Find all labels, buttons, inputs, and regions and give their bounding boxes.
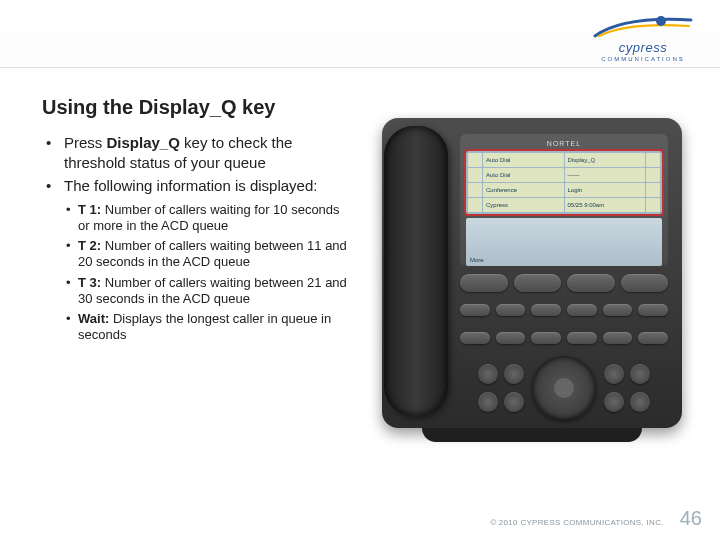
bullet-1: Press Display_Q key to check the thresho… xyxy=(42,133,352,172)
softkey-led xyxy=(468,153,482,167)
fn-button xyxy=(567,304,597,316)
logo-word: cypress xyxy=(619,40,667,55)
phone-round-button xyxy=(604,392,624,412)
copyright-text: © 2010 CYPRESS COMMUNICATIONS, INC. xyxy=(490,518,664,527)
softkey-r3c1: Conference xyxy=(483,183,564,197)
fn-button xyxy=(638,304,668,316)
sub-1-bold: T 1: xyxy=(78,202,101,217)
fn-button xyxy=(496,304,526,316)
phone-illustration: NORTEL Auto Dial Display_Q Auto Dial —— … xyxy=(382,118,682,438)
fn-button xyxy=(460,332,490,344)
softkey-button xyxy=(460,274,508,292)
lcd-softkey-labels: More xyxy=(470,257,658,263)
bullet-1-pre: Press xyxy=(64,134,107,151)
phone-fn-row-2 xyxy=(460,332,668,344)
fn-button xyxy=(531,332,561,344)
phone-softkey-buttons xyxy=(460,274,668,292)
fn-button xyxy=(638,332,668,344)
softkey-led xyxy=(468,198,482,212)
sub-bullet-4: Wait: Displays the longest caller in que… xyxy=(64,311,352,344)
softkey-r4c2: 05/25 9:00am xyxy=(565,198,646,212)
phone-round-button xyxy=(630,364,650,384)
softkey-r4c1: Cypress xyxy=(483,198,564,212)
softkey-led xyxy=(468,183,482,197)
sub-3-bold: T 3: xyxy=(78,275,101,290)
fn-button xyxy=(496,332,526,344)
phone-lcd: More xyxy=(466,218,662,266)
sub-2-rest: Number of callers waiting between 11 and… xyxy=(78,238,347,269)
softkey-r1c2: Display_Q xyxy=(565,153,646,167)
fn-button xyxy=(567,332,597,344)
sub-bullet-3: T 3: Number of callers waiting between 2… xyxy=(64,275,352,308)
main-bullet-list: Press Display_Q key to check the thresho… xyxy=(42,133,352,344)
phone-handset xyxy=(384,126,448,416)
softkey-r2c2: —— xyxy=(565,168,646,182)
sub-4-rest: Displays the longest caller in queue in … xyxy=(78,311,331,342)
sub-1-rest: Number of callers waiting for 10 seconds… xyxy=(78,202,340,233)
phone-softkey-block: Auto Dial Display_Q Auto Dial —— Confere… xyxy=(466,151,662,214)
bullet-1-bold: Display_Q xyxy=(107,134,180,151)
sub-bullet-list: T 1: Number of callers waiting for 10 se… xyxy=(64,202,352,344)
phone-round-button xyxy=(604,364,624,384)
header-bar: cypress COMMUNICATIONS xyxy=(0,0,720,68)
phone-fn-row-1 xyxy=(460,304,668,316)
phone-round-button xyxy=(504,392,524,412)
sub-3-rest: Number of callers waiting between 21 and… xyxy=(78,275,347,306)
slide-title: Using the Display_Q key xyxy=(42,96,700,119)
softkey-r3c2: Login xyxy=(565,183,646,197)
svg-point-0 xyxy=(656,16,666,26)
sub-bullet-1: T 1: Number of callers waiting for 10 se… xyxy=(64,202,352,235)
sub-4-bold: Wait: xyxy=(78,311,109,326)
page-number: 46 xyxy=(680,507,702,530)
softkey-led xyxy=(646,183,660,197)
sub-bullet-2: T 2: Number of callers waiting between 1… xyxy=(64,238,352,271)
phone-round-button xyxy=(478,364,498,384)
phone-round-button xyxy=(630,392,650,412)
softkey-button xyxy=(514,274,562,292)
logo-swoosh-icon xyxy=(593,14,693,42)
logo-subtitle: COMMUNICATIONS xyxy=(601,56,685,62)
phone-nav-center xyxy=(554,378,574,398)
fn-button xyxy=(603,304,633,316)
bullet-2: The following information is displayed: … xyxy=(42,176,352,344)
phone-nav-dpad xyxy=(532,356,596,420)
footer: © 2010 CYPRESS COMMUNICATIONS, INC. 46 xyxy=(490,507,702,530)
brand-logo: cypress COMMUNICATIONS xyxy=(588,14,698,62)
softkey-led xyxy=(646,168,660,182)
softkey-r2c1: Auto Dial xyxy=(483,168,564,182)
sub-2-bold: T 2: xyxy=(78,238,101,253)
fn-button xyxy=(603,332,633,344)
phone-round-button xyxy=(504,364,524,384)
softkey-led xyxy=(646,153,660,167)
phone-brand: NORTEL xyxy=(466,140,662,147)
fn-button xyxy=(531,304,561,316)
softkey-led xyxy=(468,168,482,182)
phone-round-button xyxy=(478,392,498,412)
bullet-2-text: The following information is displayed: xyxy=(64,177,317,194)
softkey-button xyxy=(621,274,669,292)
phone-display-area: NORTEL Auto Dial Display_Q Auto Dial —— … xyxy=(460,134,668,266)
lcd-soft-1: More xyxy=(470,257,484,263)
phone-stand xyxy=(422,428,642,442)
softkey-button xyxy=(567,274,615,292)
fn-button xyxy=(460,304,490,316)
softkey-led xyxy=(646,198,660,212)
softkey-r1c1: Auto Dial xyxy=(483,153,564,167)
